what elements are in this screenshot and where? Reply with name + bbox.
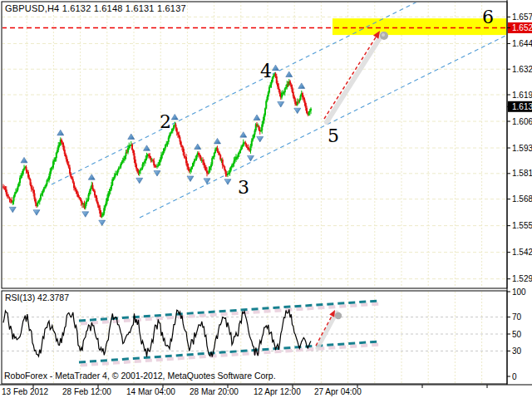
candle-body: [203, 162, 204, 165]
candle-body: [86, 201, 87, 204]
fractal-down-icon: [224, 179, 231, 185]
candle-body: [248, 147, 249, 150]
candle-body: [217, 148, 219, 151]
rsi-axis-label: 50: [512, 330, 522, 339]
candle-body: [106, 201, 107, 205]
candle-body: [92, 185, 94, 189]
candle-body: [72, 179, 74, 183]
candle-body: [144, 161, 145, 163]
candles-layer: [2, 72, 312, 218]
candle-body: [184, 152, 185, 156]
candle-body: [124, 156, 126, 159]
candle-body: [135, 160, 136, 165]
candle-body: [56, 153, 57, 158]
candle-body: [98, 205, 100, 208]
candle-body: [127, 148, 129, 153]
candle-body: [190, 167, 192, 170]
candle-body: [118, 168, 120, 170]
rsi-axis-label: 70: [512, 312, 522, 322]
price-axis-label: 1.5555: [512, 221, 532, 230]
candle-body: [13, 197, 15, 202]
fractal-up-icon: [273, 65, 279, 71]
candle-body: [164, 148, 165, 151]
candle-body: [275, 74, 277, 76]
projection-arrow[interactable]: [324, 31, 388, 122]
candle-body: [268, 92, 269, 96]
candle-body: [277, 83, 278, 86]
candle-body: [89, 191, 91, 194]
rsi-axis-label: 30: [512, 346, 522, 356]
candle-body: [293, 96, 295, 100]
wave-label-2: 2: [160, 111, 171, 132]
candle-body: [267, 96, 268, 101]
candle-body: [242, 146, 244, 147]
candle-body: [146, 156, 148, 159]
price-chart-canvas[interactable]: 234561.65751.64451.63201.61951.60651.593…: [0, 0, 532, 398]
candle-body: [28, 177, 30, 179]
candle-body: [161, 154, 163, 155]
candle-body: [120, 164, 121, 167]
candle-body: [163, 151, 165, 154]
candle-body: [80, 198, 81, 199]
candle-body: [119, 167, 121, 168]
rsi-axis: 1007050300: [507, 287, 526, 381]
candle-body: [140, 170, 141, 171]
candle-body: [185, 157, 187, 164]
time-axis-label: 28 Feb 12:00: [62, 387, 111, 396]
candle-body: [48, 176, 50, 180]
time-axis-label: 27 Apr 04:00: [314, 387, 362, 396]
candle-body: [298, 100, 300, 102]
chart-title-ohlc: GBPUSD,H4 1.6132 1.6148 1.6131 1.6137: [5, 3, 186, 13]
candle-body: [94, 191, 96, 195]
candle-body: [207, 173, 209, 174]
candle-body: [74, 188, 76, 189]
candle-body: [304, 100, 306, 103]
candle-body: [69, 168, 71, 174]
candle-body: [234, 160, 236, 160]
candle-body: [17, 186, 19, 189]
candle-body: [78, 197, 80, 198]
time-axis-label: 13 Feb 2012: [2, 387, 49, 396]
rsi-channel-lower-line[interactable]: [79, 341, 379, 362]
candle-body: [132, 150, 134, 153]
candle-body: [278, 86, 279, 90]
rsi-projection-arrow[interactable]: [316, 310, 342, 348]
candle-body: [53, 160, 55, 161]
candle-body: [265, 101, 267, 109]
candle-body: [281, 93, 283, 98]
candle-body: [254, 130, 256, 135]
candle-body: [15, 192, 17, 194]
fractal-up-icon: [286, 71, 293, 77]
candle-body: [142, 165, 144, 169]
candle-body: [153, 161, 155, 165]
candle-body: [170, 132, 171, 135]
candle-body: [213, 157, 214, 158]
candle-body: [111, 185, 112, 189]
candle-body: [223, 165, 224, 166]
candle-body: [61, 140, 62, 143]
channel-lower-line[interactable]: [140, 35, 507, 218]
candle-body: [303, 97, 304, 99]
candle-body: [102, 214, 104, 216]
candle-body: [7, 194, 8, 196]
candle-body: [26, 167, 27, 170]
fractal-down-icon: [278, 102, 284, 108]
candle-body: [250, 146, 252, 151]
time-axis: 13 Feb 201228 Feb 12:0014 Mar 04:0028 Ma…: [0, 385, 532, 396]
price-axis-label: 1.6320: [512, 65, 532, 74]
candle-body: [285, 87, 287, 89]
candle-body: [181, 145, 183, 147]
target-zone[interactable]: [332, 18, 507, 35]
candle-body: [284, 88, 286, 92]
candle-body: [229, 170, 231, 173]
candle-body: [196, 155, 198, 159]
candle-body: [14, 194, 16, 197]
candle-body: [222, 160, 224, 165]
candle-body: [71, 177, 73, 179]
candle-body: [64, 150, 66, 154]
candle-body: [22, 170, 24, 174]
price-axis-label: 1.6137: [512, 102, 532, 111]
fractal-down-icon: [99, 220, 106, 226]
candle-body: [178, 135, 180, 137]
candle-body: [35, 199, 37, 204]
